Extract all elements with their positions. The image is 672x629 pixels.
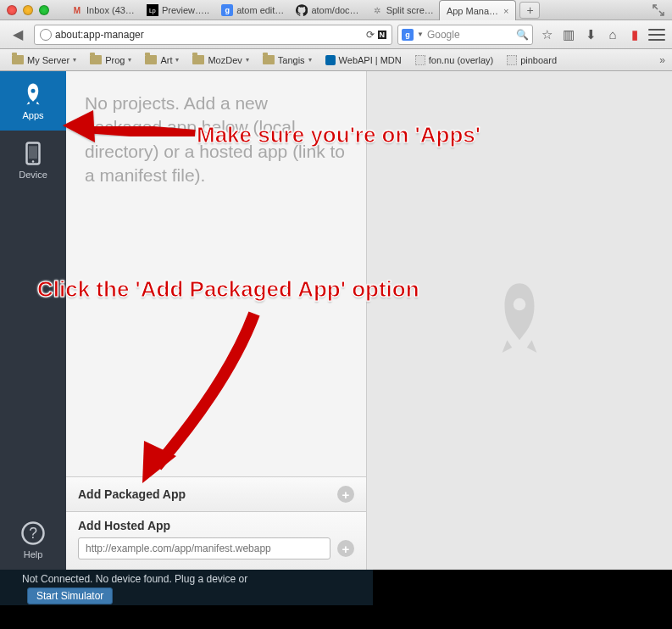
- bookmark-label: Tangis: [278, 55, 305, 65]
- folder-icon: [145, 55, 157, 64]
- folder-icon: [192, 55, 204, 64]
- bookmark-folder[interactable]: MozDev▾: [187, 53, 253, 67]
- rocket-icon: [20, 81, 46, 107]
- bookmark-folder[interactable]: My Server▾: [7, 53, 81, 67]
- rail-item-help[interactable]: ? Help: [0, 510, 66, 570]
- bookmark-folder[interactable]: Art▾: [140, 53, 184, 67]
- connection-status: Not Connected. No device found. Plug a d…: [22, 573, 247, 585]
- mdn-icon: [325, 55, 336, 65]
- bookmark-label: MozDev: [208, 55, 242, 65]
- hosted-manifest-input[interactable]: [78, 537, 330, 559]
- plus-icon[interactable]: +: [337, 486, 354, 503]
- folder-icon: [12, 55, 24, 64]
- tab-strip: MInbox (43… LpPreview….. gatom edit… ato…: [59, 0, 672, 20]
- rail-label: Help: [24, 549, 43, 559]
- empty-projects-message: No projects. Add a new packaged app belo…: [66, 71, 366, 187]
- svg-rect-1: [29, 146, 37, 159]
- close-tab-icon[interactable]: ×: [503, 6, 508, 16]
- browser-tab[interactable]: atom/doc…: [289, 0, 365, 20]
- start-simulator-button[interactable]: Start Simulator: [27, 587, 113, 604]
- home-icon[interactable]: ⌂: [604, 26, 621, 43]
- bookmark-label: Art: [160, 55, 172, 65]
- browser-tab[interactable]: MInbox (43…: [64, 0, 142, 20]
- star-icon[interactable]: ☆: [538, 26, 555, 43]
- rail-label: Device: [19, 170, 47, 180]
- add-hosted-app-block: Add Hosted App +: [66, 511, 366, 570]
- rail-label: Apps: [22, 110, 43, 120]
- browser-tab[interactable]: gatom edit…: [214, 0, 291, 20]
- bookmark-label: fon.nu (overlay): [429, 55, 493, 65]
- add-packaged-app-row[interactable]: Add Packaged App +: [66, 476, 366, 511]
- close-window-button[interactable]: [7, 5, 17, 15]
- adblock-icon[interactable]: ▮: [626, 26, 643, 43]
- tab-label: atom edit…: [236, 5, 284, 15]
- svg-point-2: [32, 160, 35, 163]
- search-placeholder: Google: [427, 29, 460, 41]
- tab-label: App Mana…: [447, 6, 498, 16]
- github-icon: [296, 4, 308, 16]
- bookmark-label: WebAPI | MDN: [339, 55, 402, 65]
- fullscreen-icon[interactable]: [652, 3, 665, 17]
- back-button[interactable]: ◀: [7, 24, 29, 46]
- tab-label: atom/doc…: [311, 5, 358, 15]
- bookmark-folder[interactable]: Tangis▾: [258, 53, 317, 67]
- side-rail: Apps Device ? Help: [0, 71, 66, 570]
- placeholder-icon: [415, 55, 425, 65]
- preview-column: [367, 71, 672, 570]
- new-tab-button[interactable]: +: [519, 2, 540, 19]
- svg-text:?: ?: [29, 525, 37, 542]
- placeholder-icon: [507, 55, 517, 65]
- projects-column: No projects. Add a new packaged app belo…: [66, 71, 367, 570]
- help-icon: ?: [20, 520, 46, 546]
- rail-item-apps[interactable]: Apps: [0, 71, 66, 131]
- navigation-toolbar: ◀ about:app-manager ⟳ N g ▼ Google 🔍 ☆ ▥…: [0, 20, 672, 49]
- google-icon: g: [221, 4, 233, 16]
- url-actions: ⟳ N: [366, 29, 387, 41]
- bookmarks-bar: My Server▾ Prog▾ Art▾ MozDev▾ Tangis▾ We…: [0, 49, 672, 71]
- browser-tab[interactable]: LpPreview…..: [140, 0, 216, 20]
- status-bar: Not Connected. No device found. Plug a d…: [0, 570, 373, 605]
- rail-item-device[interactable]: Device: [0, 131, 66, 190]
- bookmark-label: My Server: [27, 55, 69, 65]
- search-icon[interactable]: 🔍: [516, 29, 529, 41]
- bookmark-link[interactable]: WebAPI | MDN: [320, 53, 407, 67]
- add-hosted-label: Add Hosted App: [78, 519, 354, 532]
- rocket-placeholder-icon: [490, 282, 549, 359]
- bookmarks-overflow-icon[interactable]: »: [659, 54, 665, 66]
- zoom-window-button[interactable]: [39, 5, 49, 15]
- noscript-icon[interactable]: N: [378, 31, 387, 39]
- library-icon[interactable]: ▥: [560, 26, 577, 43]
- bookmark-label: pinboard: [520, 55, 557, 65]
- url-bar[interactable]: about:app-manager ⟳ N: [34, 25, 392, 45]
- google-icon: g: [402, 29, 414, 41]
- browser-tab[interactable]: ✲Split scre…: [364, 0, 441, 20]
- bookmark-link[interactable]: pinboard: [502, 53, 562, 67]
- app-manager-area: Apps Device ? Help No projects. Add a ne…: [0, 71, 672, 570]
- folder-icon: [263, 55, 275, 64]
- reload-icon[interactable]: ⟳: [366, 29, 375, 41]
- add-packaged-label: Add Packaged App: [78, 487, 186, 501]
- plus-icon[interactable]: +: [337, 540, 354, 557]
- url-text: about:app-manager: [55, 29, 144, 41]
- window-titlebar: MInbox (43… LpPreview….. gatom edit… ato…: [0, 0, 672, 20]
- gear-icon: ✲: [371, 4, 383, 16]
- device-icon: [20, 141, 46, 166]
- bookmark-folder[interactable]: Prog▾: [85, 53, 136, 67]
- browser-tab-active[interactable]: App Mana…×: [439, 0, 517, 20]
- globe-icon: [40, 29, 52, 41]
- tab-label: Inbox (43…: [86, 5, 135, 15]
- search-box[interactable]: g ▼ Google 🔍: [397, 25, 533, 45]
- bookmark-link[interactable]: fon.nu (overlay): [410, 53, 498, 67]
- folder-icon: [90, 55, 102, 64]
- bookmark-label: Prog: [105, 55, 125, 65]
- downloads-icon[interactable]: ⬇: [582, 26, 599, 43]
- minimize-window-button[interactable]: [23, 5, 33, 15]
- traffic-lights: [7, 5, 49, 15]
- menu-button[interactable]: [648, 26, 665, 43]
- tab-label: Preview…..: [162, 5, 209, 15]
- tab-label: Split scre…: [386, 5, 434, 15]
